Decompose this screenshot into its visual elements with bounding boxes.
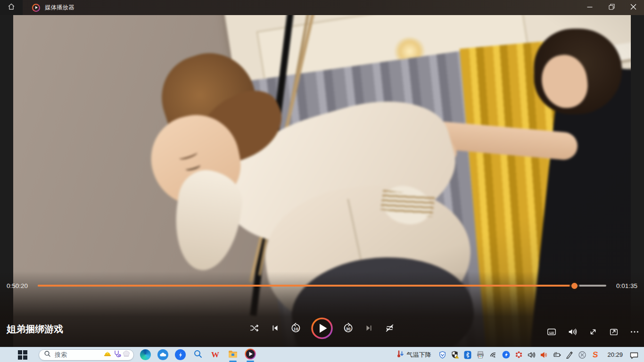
volume-outline-icon[interactable] xyxy=(526,349,537,361)
tray-clock[interactable]: 20:29 xyxy=(603,351,627,358)
taskbar: W xyxy=(0,347,644,362)
hard-hat-icon xyxy=(103,350,112,360)
browser-cloud-icon xyxy=(157,349,168,360)
subtitles-button[interactable] xyxy=(546,326,557,337)
weather-label: 气温下降 xyxy=(406,351,431,359)
home-icon xyxy=(7,2,16,13)
subtitles-icon xyxy=(546,327,557,337)
battery-icon[interactable] xyxy=(552,349,562,361)
media-player-window: 媒体播放器 xyxy=(0,0,644,347)
video-title: 姐弟捆绑游戏 xyxy=(7,323,63,336)
shuffle-icon xyxy=(249,323,260,333)
thermometer-down-icon xyxy=(396,350,405,360)
taskbar-app-wps[interactable]: W xyxy=(206,347,224,362)
taskbar-app-media-player[interactable] xyxy=(241,347,259,362)
previous-icon xyxy=(271,323,280,333)
volume-icon xyxy=(567,327,578,337)
fullscreen-icon xyxy=(588,327,598,337)
fullscreen-button[interactable] xyxy=(587,326,599,337)
seek-handle[interactable] xyxy=(571,283,578,289)
elapsed-time: 0:50:20 xyxy=(7,282,30,289)
next-icon xyxy=(364,323,374,333)
minimize-icon xyxy=(587,3,593,12)
app-logo-icon xyxy=(32,4,40,12)
taskbar-app-file-explorer[interactable] xyxy=(224,347,241,362)
start-button[interactable] xyxy=(13,347,32,362)
taskbar-app-edge[interactable] xyxy=(137,347,154,362)
restore-icon xyxy=(609,3,615,12)
restore-button[interactable] xyxy=(601,0,622,15)
play-icon xyxy=(311,317,333,339)
repeat-off-button[interactable] xyxy=(384,322,396,334)
rewind-10-button[interactable]: 10 xyxy=(290,322,302,334)
wps-office-icon: W xyxy=(211,350,219,360)
stethoscope-icon xyxy=(113,350,121,360)
transport-controls: 10 xyxy=(249,315,396,341)
flower-icon[interactable] xyxy=(513,349,524,361)
skip-30-button[interactable]: 30 xyxy=(343,322,354,334)
disconnect-icon[interactable] xyxy=(577,349,587,361)
volume-button[interactable] xyxy=(567,326,578,337)
defender-alert-icon[interactable] xyxy=(450,349,460,361)
minimize-button[interactable] xyxy=(579,0,601,15)
printer-icon[interactable] xyxy=(475,349,486,361)
seek-row: 0:50:20 0:01:35 xyxy=(0,279,644,292)
system-tray: 气温下降 xyxy=(396,349,644,361)
media-player-icon xyxy=(245,348,256,362)
taskbar-app-flash-center[interactable] xyxy=(172,347,189,362)
mini-player-icon xyxy=(609,327,619,337)
notification-bubble-icon[interactable] xyxy=(629,349,639,361)
rewind-10-label: 10 xyxy=(290,327,302,331)
volume-red-icon[interactable] xyxy=(539,349,549,361)
windows-logo-icon xyxy=(18,350,27,360)
search-app-icon xyxy=(193,349,203,361)
shield-v-icon[interactable] xyxy=(437,349,447,361)
bluetooth-icon[interactable] xyxy=(462,349,473,361)
wifi-icon[interactable] xyxy=(488,349,498,361)
taskbar-app-search[interactable] xyxy=(189,347,206,362)
close-button[interactable] xyxy=(622,0,644,15)
skip-30-label: 30 xyxy=(343,327,354,331)
search-input[interactable] xyxy=(55,351,98,358)
more-icon xyxy=(629,327,640,337)
running-indicator xyxy=(229,361,237,362)
sogou-icon[interactable]: S xyxy=(590,349,600,361)
edge-icon xyxy=(140,349,151,360)
taskbar-search[interactable] xyxy=(39,349,134,361)
next-button[interactable] xyxy=(363,322,375,334)
secondary-controls xyxy=(546,326,640,337)
search-icon xyxy=(44,350,51,359)
close-icon xyxy=(630,3,636,12)
more-button[interactable] xyxy=(629,326,640,337)
flash-center-icon xyxy=(175,349,186,360)
controls-row: 姐弟捆绑游戏 xyxy=(0,315,644,343)
file-explorer-icon xyxy=(228,349,238,361)
previous-button[interactable] xyxy=(270,322,281,334)
play-button[interactable] xyxy=(311,317,333,339)
player-content-area: 0:50:20 0:01:35 姐弟捆绑游戏 xyxy=(0,15,644,347)
nav-strip xyxy=(0,0,23,15)
taskbar-apps: W xyxy=(137,347,259,362)
chef-hat-icon xyxy=(122,350,131,360)
home-button[interactable] xyxy=(4,0,19,15)
weather-widget[interactable]: 气温下降 xyxy=(396,350,431,360)
titlebar: 媒体播放器 xyxy=(0,0,644,15)
remaining-time: 0:01:35 xyxy=(614,282,637,289)
seek-bar[interactable] xyxy=(38,285,606,287)
taskbar-app-browser-cloud[interactable] xyxy=(154,347,172,362)
running-indicator xyxy=(247,361,254,362)
app-title: 媒体播放器 xyxy=(45,4,74,12)
seek-progress xyxy=(38,285,574,287)
repeat-off-icon xyxy=(385,323,395,333)
flash-icon[interactable] xyxy=(501,349,511,361)
pen-icon[interactable] xyxy=(564,349,575,361)
mini-player-button[interactable] xyxy=(608,326,619,337)
window-controls xyxy=(579,0,644,15)
search-highlight-badges xyxy=(103,350,131,360)
shuffle-button[interactable] xyxy=(249,322,260,334)
